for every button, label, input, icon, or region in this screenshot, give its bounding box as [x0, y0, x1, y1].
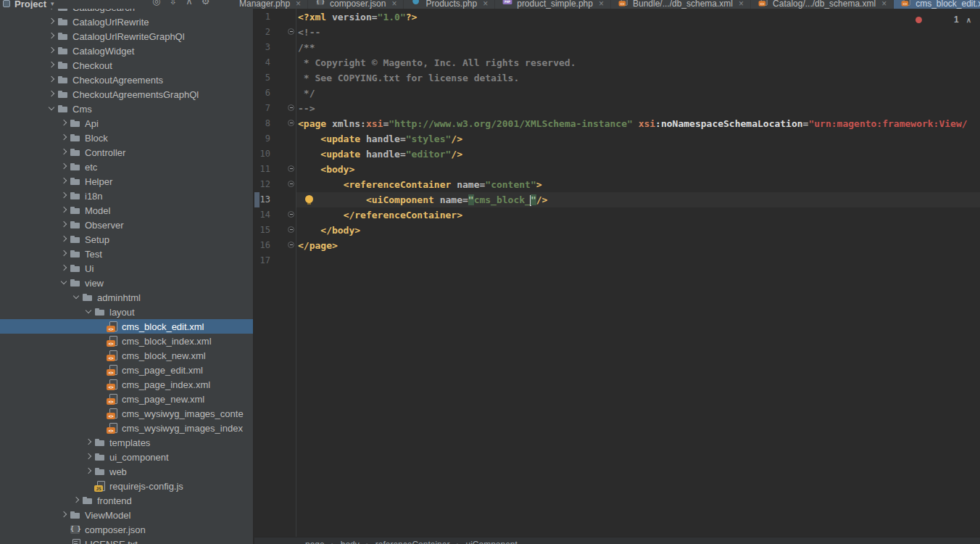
close-icon[interactable]: ×: [739, 0, 744, 9]
code-line[interactable]: <?xml version="1.0"?>: [298, 9, 417, 25]
breadcrumb-item[interactable]: body: [341, 540, 360, 544]
chevron-expanded-icon[interactable]: [58, 277, 70, 289]
tree-item[interactable]: composer.json: [0, 522, 254, 537]
chevron-expanded-icon[interactable]: [46, 103, 57, 115]
chevron-collapsed-icon[interactable]: [58, 132, 70, 144]
code-line[interactable]: </page>: [298, 238, 338, 253]
chevron-collapsed-icon[interactable]: [58, 161, 70, 173]
code-line[interactable]: -->: [298, 101, 315, 116]
chevron-collapsed-icon[interactable]: [70, 495, 82, 506]
tree-item[interactable]: cms_block_new.xml: [0, 348, 254, 363]
chevron-expanded-icon[interactable]: [83, 306, 94, 318]
chevron-collapsed-icon[interactable]: [58, 219, 70, 231]
code-line[interactable]: <uiComponent name="cms_block_"/>: [298, 192, 547, 207]
chevron-collapsed-icon[interactable]: [58, 248, 70, 260]
tree-item[interactable]: cms_page_new.xml: [0, 392, 254, 406]
code-line[interactable]: <referenceContainer name="content">: [298, 177, 542, 192]
tree-item[interactable]: CatalogUrlRewrite: [0, 15, 254, 29]
tree-item[interactable]: view: [0, 276, 254, 290]
breadcrumb-item[interactable]: uiComponent: [465, 540, 517, 544]
code-line[interactable]: * Copyright © Magento, Inc. All rights r…: [298, 55, 576, 70]
scroll-down-icon[interactable]: ⇩: [169, 0, 177, 7]
fold-marker-icon[interactable]: [288, 181, 294, 187]
chevron-collapsed-icon[interactable]: [58, 263, 70, 274]
code-line[interactable]: /**: [298, 40, 315, 55]
code-line[interactable]: * See COPYING.txt for license details.: [298, 70, 519, 86]
tree-item[interactable]: Controller: [0, 145, 254, 160]
chevron-expanded-icon[interactable]: [70, 292, 82, 303]
tree-item[interactable]: etc: [0, 160, 254, 174]
fold-marker-icon[interactable]: [288, 28, 294, 35]
fold-marker-icon[interactable]: [288, 211, 294, 218]
fold-marker-icon[interactable]: [288, 104, 294, 111]
tree-item[interactable]: Api: [0, 116, 254, 131]
tree-item[interactable]: templates: [0, 435, 254, 450]
tree-item[interactable]: layout: [0, 305, 254, 319]
code-line[interactable]: </referenceContainer>: [298, 207, 462, 223]
editor-tab[interactable]: Products.php×: [404, 0, 495, 9]
tree-item[interactable]: cms_wysiwyg_images_index: [0, 421, 254, 435]
editor-tab[interactable]: cms_block_edit.xml×: [894, 0, 980, 9]
tree-item[interactable]: frontend: [0, 493, 254, 508]
chevron-collapsed-icon[interactable]: [46, 74, 57, 86]
tree-item[interactable]: ViewModel: [0, 508, 254, 522]
tree-item[interactable]: CheckoutAgreements: [0, 73, 254, 87]
tree-item[interactable]: Setup: [0, 232, 254, 247]
tree-item[interactable]: Block: [0, 131, 254, 145]
fold-marker-icon[interactable]: [288, 120, 294, 126]
breadcrumb-item[interactable]: page: [305, 540, 325, 544]
tree-item[interactable]: cms_page_edit.xml: [0, 363, 254, 377]
chevron-collapsed-icon[interactable]: [83, 437, 94, 448]
locate-icon[interactable]: ◎: [152, 0, 160, 7]
code-line[interactable]: <body>: [298, 162, 354, 177]
tree-item[interactable]: cms_page_index.xml: [0, 377, 254, 392]
tree-item[interactable]: cms_block_index.xml: [0, 334, 254, 348]
chevron-collapsed-icon[interactable]: [58, 205, 70, 216]
chevron-collapsed-icon[interactable]: [58, 190, 70, 202]
code-line[interactable]: <update handle="styles"/>: [298, 131, 462, 147]
chevron-collapsed-icon[interactable]: [83, 466, 94, 477]
tree-item[interactable]: LICENSE.txt: [0, 537, 254, 544]
tree-item[interactable]: Test: [0, 247, 254, 261]
tree-item[interactable]: Helper: [0, 174, 254, 189]
close-icon[interactable]: ×: [881, 0, 886, 9]
chevron-up-icon[interactable]: ∧: [966, 16, 971, 24]
inspections-widget[interactable]: 1 ∧: [915, 15, 971, 25]
intention-bulb-icon[interactable]: [305, 195, 313, 203]
chevron-down-icon[interactable]: ▾: [51, 0, 54, 7]
fold-marker-icon[interactable]: [288, 226, 294, 233]
chevron-collapsed-icon[interactable]: [58, 118, 70, 129]
code-line[interactable]: <!--: [298, 25, 320, 40]
tree-item[interactable]: Checkout: [0, 58, 254, 73]
code-line[interactable]: */: [298, 86, 315, 101]
tree-item[interactable]: adminhtml: [0, 290, 254, 305]
chevron-collapsed-icon[interactable]: [46, 59, 57, 71]
chevron-collapsed-icon[interactable]: [46, 16, 57, 28]
fold-marker-icon[interactable]: [288, 165, 294, 172]
editor-tab[interactable]: composer.json×: [308, 0, 404, 9]
tree-item[interactable]: i18n: [0, 189, 254, 203]
tree-item[interactable]: cms_block_edit.xml: [0, 319, 254, 334]
code-editor[interactable]: 1 ∧ 1<?xml version="1.0"?>2<!--3/**4 * C…: [254, 9, 980, 537]
editor-tab[interactable]: Manager.php×: [239, 0, 308, 9]
chevron-collapsed-icon[interactable]: [58, 176, 70, 187]
chevron-collapsed-icon[interactable]: [58, 147, 70, 158]
fold-marker-icon[interactable]: [288, 242, 294, 248]
tree-item[interactable]: CatalogWidget: [0, 44, 254, 58]
close-icon[interactable]: ×: [599, 0, 604, 9]
close-icon[interactable]: ×: [391, 0, 396, 9]
tree-item[interactable]: CheckoutAgreementsGraphQl: [0, 87, 254, 102]
editor-tab[interactable]: Catalog/.../db_schema.xml×: [751, 0, 894, 9]
tree-item[interactable]: web: [0, 464, 254, 479]
chevron-collapsed-icon[interactable]: [46, 88, 57, 100]
code-line[interactable]: <update handle="editor"/>: [298, 147, 462, 162]
gear-icon[interactable]: ⚙: [202, 0, 210, 7]
collapse-all-icon[interactable]: ∧: [186, 0, 193, 7]
tree-item[interactable]: ui_component: [0, 450, 254, 464]
breadcrumb-item[interactable]: referenceContainer: [375, 540, 450, 544]
tree-item[interactable]: Model: [0, 203, 254, 218]
editor-tab[interactable]: Bundle/.../db_schema.xml×: [611, 0, 751, 9]
chevron-collapsed-icon[interactable]: [58, 234, 70, 245]
chevron-collapsed-icon[interactable]: [83, 451, 94, 463]
tree-item[interactable]: requirejs-config.js: [0, 479, 254, 493]
